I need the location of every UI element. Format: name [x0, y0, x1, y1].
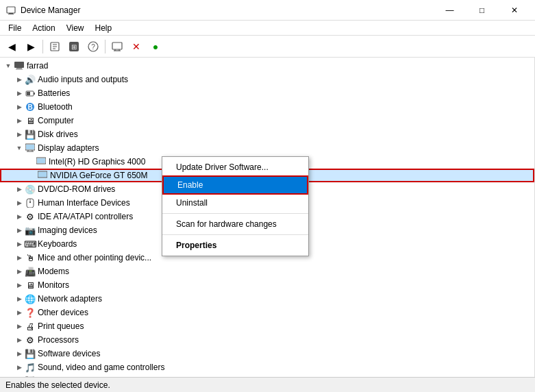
- tree-item-display[interactable]: ▼ Display adapters: [0, 141, 534, 155]
- expand-arrow-other[interactable]: ▶: [14, 306, 25, 319]
- tree-item-network[interactable]: ▶ 🌐 Network adapters: [0, 292, 534, 306]
- tree-item-monitors[interactable]: ▶ 🖥 Monitors: [0, 278, 534, 292]
- expand-arrow-mice[interactable]: ▶: [14, 251, 25, 265]
- tree-item-audio[interactable]: ▶ 🔊 Audio inputs and outputs: [0, 73, 534, 86]
- toolbar: ◀ ▶ ⊞ ? ✕ ●: [0, 36, 535, 58]
- tree-item-bluetooth[interactable]: ▶ B Bluetooth: [0, 100, 534, 114]
- svg-text:?: ?: [91, 43, 95, 51]
- expand-arrow-audio[interactable]: ▶: [14, 73, 25, 86]
- computer-icon: [14, 60, 25, 71]
- sound-label: Sound, video and game controllers: [38, 363, 164, 372]
- expand-arrow-imaging[interactable]: ▶: [14, 223, 25, 237]
- tree-item-software[interactable]: ▶ 💾 Software devices: [0, 347, 534, 360]
- imaging-label: Imaging devices: [38, 225, 97, 235]
- menu-action[interactable]: Action: [27, 22, 60, 34]
- expand-arrow-root[interactable]: ▼: [3, 59, 14, 73]
- expand-arrow-modems[interactable]: ▶: [14, 265, 25, 278]
- expand-arrow-ide[interactable]: ▶: [14, 210, 25, 223]
- expand-arrow-computer[interactable]: ▶: [14, 114, 25, 127]
- mice-label: Mice and other pointing devic...: [38, 253, 151, 262]
- sound-icon: 🎵: [25, 362, 36, 373]
- expand-arrow-hid[interactable]: ▶: [14, 196, 25, 210]
- expand-arrow-network[interactable]: ▶: [14, 292, 25, 306]
- hid-label: Human Interface Devices: [38, 198, 130, 208]
- expand-arrow-processors[interactable]: ▶: [14, 333, 25, 347]
- tree-item-modems[interactable]: ▶ 📠 Modems: [0, 265, 534, 278]
- imaging-icon: 📷: [25, 225, 36, 236]
- other-label: Other devices: [38, 308, 88, 317]
- ctx-properties[interactable]: Properties: [162, 237, 308, 254]
- menu-help[interactable]: Help: [90, 22, 118, 34]
- svg-rect-19: [34, 93, 35, 95]
- tree-item-print[interactable]: ▶ 🖨 Print queues: [0, 319, 534, 333]
- storage-label: Storage controllers: [38, 376, 107, 377]
- expand-arrow-software[interactable]: ▶: [14, 347, 25, 360]
- expand-arrow-batteries[interactable]: ▶: [14, 86, 25, 100]
- svg-rect-31: [38, 172, 47, 177]
- properties-button[interactable]: [46, 38, 64, 56]
- modems-label: Modems: [38, 267, 69, 276]
- audio-label: Audio inputs and outputs: [38, 75, 128, 84]
- mice-icon: 🖱: [25, 252, 36, 263]
- window-title: Device Manager: [21, 5, 434, 15]
- software-label: Software devices: [38, 349, 100, 358]
- bluetooth-label: Bluetooth: [38, 102, 73, 112]
- expand-arrow-print[interactable]: ▶: [14, 319, 25, 333]
- maximize-button[interactable]: □: [466, 0, 497, 21]
- tree-item-sound[interactable]: ▶ 🎵 Sound, video and game controllers: [0, 360, 534, 374]
- menu-file[interactable]: File: [3, 22, 27, 34]
- svg-text:B: B: [27, 103, 32, 111]
- svg-point-34: [29, 201, 31, 203]
- help-button[interactable]: ?: [84, 38, 102, 56]
- disk-icon: 💾: [25, 129, 36, 140]
- display-label: Display adapters: [38, 143, 99, 153]
- menu-view[interactable]: View: [61, 22, 90, 34]
- tree-item-computer[interactable]: ▶ 🖥 Computer: [0, 114, 534, 127]
- expand-arrow-monitors[interactable]: ▶: [14, 278, 25, 292]
- computer-label: Computer: [38, 116, 74, 125]
- batteries-label: Batteries: [38, 88, 70, 98]
- ctx-enable[interactable]: Enable: [162, 175, 308, 195]
- expand-arrow-nvidia: [26, 169, 37, 182]
- add-button[interactable]: ●: [147, 38, 164, 56]
- forward-button[interactable]: ▶: [22, 38, 40, 56]
- expand-arrow-dvd[interactable]: ▶: [14, 182, 25, 196]
- svg-rect-17: [16, 69, 23, 70]
- ctx-scan[interactable]: Scan for hardware changes: [162, 216, 308, 232]
- tree-item-other[interactable]: ▶ ❓ Other devices: [0, 306, 534, 319]
- processors-icon: ⚙: [25, 334, 36, 345]
- expand-arrow-bluetooth[interactable]: ▶: [14, 100, 25, 114]
- window-controls[interactable]: — □ ✕: [434, 0, 530, 21]
- status-text: Enables the selected device.: [5, 380, 110, 390]
- expand-arrow-display[interactable]: ▼: [14, 141, 25, 155]
- menu-bar: File Action View Help: [0, 21, 535, 36]
- monitors-icon: 🖥: [25, 280, 36, 291]
- toolbar-separator-2: [105, 40, 105, 53]
- tree-item-storage[interactable]: ▶ 💾 Storage controllers: [0, 374, 534, 377]
- disk-label: Disk drives: [38, 130, 78, 139]
- remove-button[interactable]: ✕: [127, 38, 145, 56]
- expand-arrow-intel: [25, 155, 36, 169]
- expand-arrow-disk[interactable]: ▶: [14, 127, 25, 141]
- svg-rect-2: [8, 14, 14, 14]
- back-button[interactable]: ◀: [3, 38, 21, 56]
- hid-icon: [25, 197, 36, 208]
- root-label: farrad: [27, 61, 48, 71]
- tree-item-processors[interactable]: ▶ ⚙ Processors: [0, 333, 534, 347]
- ctx-uninstall[interactable]: Uninstall: [162, 195, 308, 211]
- expand-arrow-sound[interactable]: ▶: [14, 360, 25, 374]
- status-bar: Enables the selected device.: [0, 377, 535, 392]
- scan-button[interactable]: ⊞: [65, 38, 83, 56]
- monitor-button[interactable]: [108, 38, 126, 56]
- print-label: Print queues: [38, 321, 84, 331]
- ctx-update-driver[interactable]: Update Driver Software...: [162, 159, 308, 175]
- tree-item-root[interactable]: ▼ farrad: [0, 59, 534, 73]
- print-icon: 🖨: [25, 321, 36, 332]
- tree-item-batteries[interactable]: ▶ Batteries: [0, 86, 534, 100]
- tree-item-disk[interactable]: ▶ 💾 Disk drives: [0, 127, 534, 141]
- expand-arrow-storage[interactable]: ▶: [14, 374, 25, 377]
- modems-icon: 📠: [25, 266, 36, 277]
- close-button[interactable]: ✕: [499, 0, 530, 21]
- minimize-button[interactable]: —: [434, 0, 465, 21]
- ide-label: IDE ATA/ATAPI controllers: [38, 212, 133, 221]
